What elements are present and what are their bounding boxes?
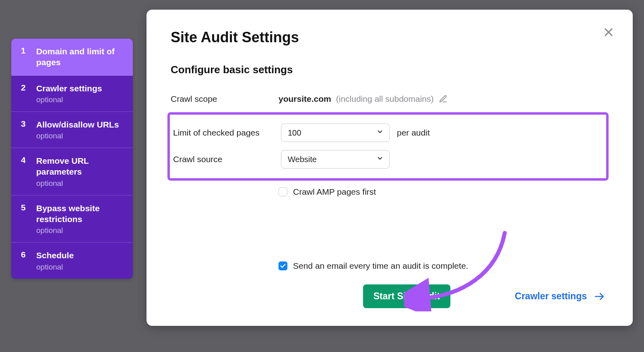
crawler-settings-link[interactable]: Crawler settings — [515, 291, 605, 302]
nav-step-3[interactable]: 3 Allow/disallow URLs optional — [11, 112, 133, 148]
crawl-scope-note: (including all subdomains) — [336, 94, 434, 104]
annotation-highlight: Limit of checked pages 100 per audit Cra… — [167, 112, 609, 181]
nav-step-4[interactable]: 4 Remove URL parameters optional — [11, 148, 133, 196]
crawler-settings-link-label: Crawler settings — [515, 291, 587, 302]
settings-steps-nav: 1 Domain and limit of pages 2 Crawler se… — [11, 39, 133, 279]
nav-step-label: Domain and limit of pages — [36, 46, 124, 68]
nav-step-number: 2 — [21, 83, 28, 93]
nav-step-number: 1 — [21, 46, 28, 56]
nav-step-number: 4 — [21, 155, 28, 165]
crawl-source-row: Crawl source Website — [172, 146, 604, 173]
modal-title: Site Audit Settings — [171, 29, 609, 46]
limit-label: Limit of checked pages — [173, 128, 281, 138]
chevron-down-icon — [376, 155, 384, 164]
email-notify-label: Send an email every time an audit is com… — [293, 261, 468, 271]
crawl-source-label: Crawl source — [173, 154, 281, 164]
nav-step-sublabel: optional — [36, 179, 124, 188]
crawl-scope-row: Crawl scope yoursite.com (including all … — [171, 90, 609, 108]
nav-step-label: Schedule — [36, 250, 74, 261]
nav-step-2[interactable]: 2 Crawler settings optional — [11, 76, 133, 112]
limit-row: Limit of checked pages 100 per audit — [172, 119, 604, 146]
crawl-scope-value: yoursite.com (including all subdomains) — [279, 94, 434, 104]
edit-scope-button[interactable] — [439, 95, 448, 103]
nav-step-number: 5 — [21, 203, 28, 212]
nav-step-label: Bypass website restrictions — [36, 203, 124, 225]
crawl-scope-label: Crawl scope — [171, 94, 279, 104]
crawl-source-value: Website — [288, 155, 317, 164]
start-site-audit-button[interactable]: Start Site Audit — [363, 284, 450, 308]
email-notify-row: Send an email every time an audit is com… — [171, 261, 609, 271]
crawl-amp-row: Crawl AMP pages first — [171, 187, 609, 197]
crawl-amp-label: Crawl AMP pages first — [293, 187, 376, 197]
nav-step-1[interactable]: 1 Domain and limit of pages — [11, 39, 133, 76]
close-button[interactable] — [601, 25, 616, 39]
nav-step-6[interactable]: 6 Schedule optional — [11, 243, 133, 278]
limit-unit: per audit — [397, 128, 430, 138]
nav-step-number: 3 — [21, 119, 28, 129]
nav-step-label: Remove URL parameters — [36, 155, 124, 177]
arrow-right-icon — [594, 291, 605, 302]
crawl-amp-checkbox[interactable] — [279, 187, 287, 196]
check-icon — [280, 263, 286, 269]
site-audit-settings-modal: Site Audit Settings Configure basic sett… — [147, 10, 633, 326]
nav-step-5[interactable]: 5 Bypass website restrictions optional — [11, 196, 133, 243]
nav-step-sublabel: optional — [36, 263, 74, 272]
nav-step-label: Allow/disallow URLs — [36, 119, 119, 130]
limit-select-value: 100 — [288, 128, 301, 138]
crawl-source-select[interactable]: Website — [281, 150, 390, 169]
nav-step-number: 6 — [21, 250, 28, 259]
nav-step-label: Crawler settings — [36, 83, 102, 94]
close-icon — [603, 27, 614, 38]
chevron-down-icon — [376, 128, 384, 138]
email-notify-checkbox[interactable] — [279, 261, 287, 270]
crawl-scope-domain: yoursite.com — [279, 94, 331, 104]
nav-step-sublabel: optional — [36, 226, 124, 235]
limit-select[interactable]: 100 — [281, 124, 390, 142]
pencil-icon — [439, 95, 448, 103]
nav-step-sublabel: optional — [36, 95, 102, 104]
nav-step-sublabel: optional — [36, 132, 119, 140]
modal-subtitle: Configure basic settings — [171, 64, 609, 76]
